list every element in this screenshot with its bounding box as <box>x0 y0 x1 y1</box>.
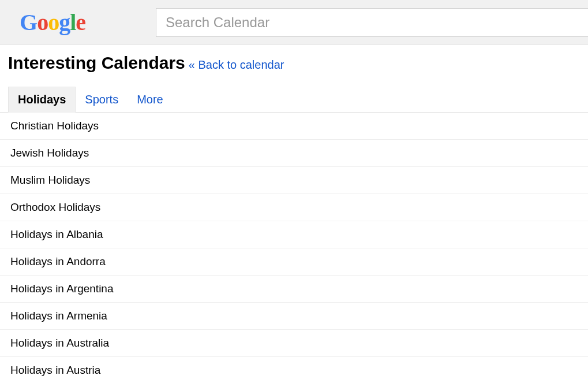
google-logo[interactable]: Google <box>20 9 85 36</box>
calendar-item[interactable]: Holidays in Andorra <box>0 248 588 276</box>
page-title-row: Interesting Calendars « Back to calendar <box>0 45 588 87</box>
calendar-item[interactable]: Holidays in Austria <box>0 357 588 383</box>
calendar-item[interactable]: Muslim Holidays <box>0 167 588 194</box>
calendar-item[interactable]: Orthodox Holidays <box>0 194 588 221</box>
tab-sports[interactable]: Sports <box>76 87 128 112</box>
calendar-item[interactable]: Holidays in Australia <box>0 330 588 357</box>
page-title: Interesting Calendars <box>8 53 185 73</box>
header-bar: Google <box>0 0 588 45</box>
back-to-calendar-link[interactable]: « Back to calendar <box>189 58 284 72</box>
calendar-item[interactable]: Holidays in Albania <box>0 221 588 248</box>
calendar-item[interactable]: Jewish Holidays <box>0 140 588 167</box>
calendar-item[interactable]: Holidays in Argentina <box>0 276 588 303</box>
tab-holidays[interactable]: Holidays <box>8 87 76 113</box>
calendar-list: Christian HolidaysJewish HolidaysMuslim … <box>0 113 588 383</box>
tab-more[interactable]: More <box>128 87 173 112</box>
tabs-row: HolidaysSportsMore <box>0 87 588 113</box>
search-input[interactable] <box>156 8 588 37</box>
calendar-item[interactable]: Christian Holidays <box>0 113 588 140</box>
calendar-item[interactable]: Holidays in Armenia <box>0 303 588 330</box>
